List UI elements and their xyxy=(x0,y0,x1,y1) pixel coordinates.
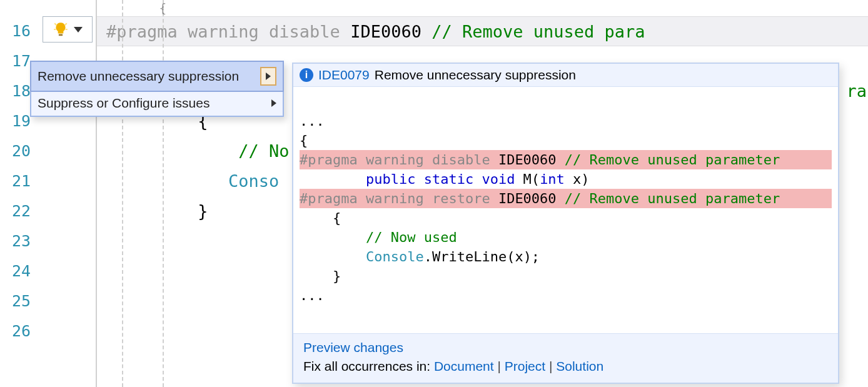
line-number: 24 xyxy=(0,256,39,286)
code-line: #pragma warning disable IDE0060 // Remov… xyxy=(97,16,868,46)
margin-glyph-slot xyxy=(39,0,96,387)
separator: | xyxy=(497,359,504,373)
fix-all-label: Fix all occurrences in: xyxy=(303,359,434,373)
rule-id: IDE0060 xyxy=(350,22,431,41)
line-number: 22 xyxy=(0,196,39,226)
chevron-right-icon xyxy=(266,73,271,80)
comment-text: ra xyxy=(846,81,867,101)
indent-guide xyxy=(163,0,164,387)
diff-line: { xyxy=(300,210,341,226)
fix-all-document-link[interactable]: Document xyxy=(434,359,494,373)
quick-actions-menu: Remove unnecessary suppression Suppress … xyxy=(30,61,284,117)
comment-text: // No xyxy=(106,141,290,161)
rule-id: IDE0060 xyxy=(490,152,565,168)
keyword-text: public static void xyxy=(300,171,515,187)
separator: | xyxy=(549,359,556,373)
preview-diff-body: ... { #pragma warning disable IDE0060 //… xyxy=(293,87,838,333)
diff-line: ... xyxy=(300,113,325,129)
line-number-gutter: 16 17 18 19 20 21 22 23 24 25 26 xyxy=(0,0,39,387)
rule-id-link[interactable]: IDE0079 xyxy=(318,68,370,83)
diff-line: } xyxy=(300,268,341,284)
pragma-text: #pragma warning disable xyxy=(300,152,490,168)
chevron-right-icon xyxy=(271,99,276,107)
code-fix-preview-panel: i IDE0079 Remove unnecessary suppression… xyxy=(292,63,839,384)
diff-removed-line: #pragma warning disable IDE0060 // Remov… xyxy=(300,150,832,169)
comment-text: // Remove unused para xyxy=(431,22,645,41)
pragma-text: #pragma warning restore xyxy=(300,191,490,206)
line-number: 26 xyxy=(0,316,39,346)
menu-item-label: Remove unnecessary suppression xyxy=(38,69,239,84)
diff-line: public static void M(int x) xyxy=(300,171,590,187)
fix-all-solution-link[interactable]: Solution xyxy=(556,359,603,373)
line-number: 23 xyxy=(0,226,39,256)
preview-header: i IDE0079 Remove unnecessary suppression xyxy=(293,64,838,87)
line-number: 21 xyxy=(0,166,39,196)
submenu-expand-button[interactable] xyxy=(260,67,276,86)
line-number xyxy=(0,0,39,16)
code-line: { xyxy=(97,0,868,16)
line-number: 16 xyxy=(0,16,39,46)
svg-rect-0 xyxy=(59,34,63,36)
plain-text: M( xyxy=(515,171,540,187)
rule-id: IDE0060 xyxy=(490,191,565,206)
preview-changes-link[interactable]: Preview changes xyxy=(303,340,403,354)
diff-removed-line: #pragma warning restore IDE0060 // Remov… xyxy=(300,189,832,208)
diff-line: { xyxy=(300,133,308,148)
lightbulb-quick-actions-button[interactable] xyxy=(43,16,93,43)
indent-guide xyxy=(122,0,123,387)
fix-all-project-link[interactable]: Project xyxy=(505,359,545,373)
diff-line: ... xyxy=(300,288,325,303)
comment-text: // Remove unused parameter xyxy=(565,152,780,168)
type-name: Conso xyxy=(106,171,279,191)
diff-line: // Now used xyxy=(300,229,457,245)
quick-action-suppress-configure[interactable]: Suppress or Configure issues xyxy=(31,91,283,116)
preview-footer: Preview changes Fix all occurrences in: … xyxy=(293,333,838,383)
info-icon: i xyxy=(300,68,313,82)
plain-text: x) xyxy=(565,171,590,187)
plain-text: .WriteLine(x); xyxy=(424,249,540,264)
quick-action-remove-suppression[interactable]: Remove unnecessary suppression xyxy=(30,61,284,92)
comment-text: // Remove unused parameter xyxy=(565,191,780,206)
type-name: Console xyxy=(300,249,424,264)
pragma-text: #pragma warning disable xyxy=(106,22,350,41)
rule-title: Remove unnecessary suppression xyxy=(375,68,576,83)
line-number: 25 xyxy=(0,286,39,316)
diff-line: Console.WriteLine(x); xyxy=(300,249,540,264)
menu-item-label: Suppress or Configure issues xyxy=(38,96,209,111)
lightbulb-icon xyxy=(53,21,69,38)
keyword-text: int xyxy=(540,171,565,187)
line-number: 20 xyxy=(0,136,39,166)
chevron-down-icon xyxy=(74,27,83,33)
